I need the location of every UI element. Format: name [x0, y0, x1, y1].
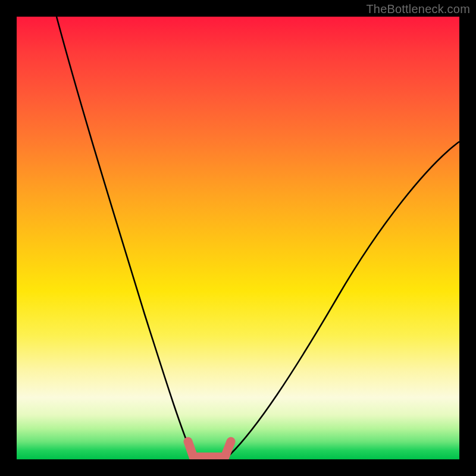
right-curve: [225, 142, 459, 459]
watermark-label: TheBottleneck.com: [366, 2, 470, 16]
svg-point-7: [226, 442, 233, 449]
svg-point-6: [222, 450, 229, 457]
plot-area: [17, 17, 459, 459]
svg-point-0: [186, 441, 193, 449]
left-curve: [57, 17, 194, 459]
chart-frame: TheBottleneck.com: [0, 0, 476, 476]
curves-layer: [17, 17, 459, 459]
